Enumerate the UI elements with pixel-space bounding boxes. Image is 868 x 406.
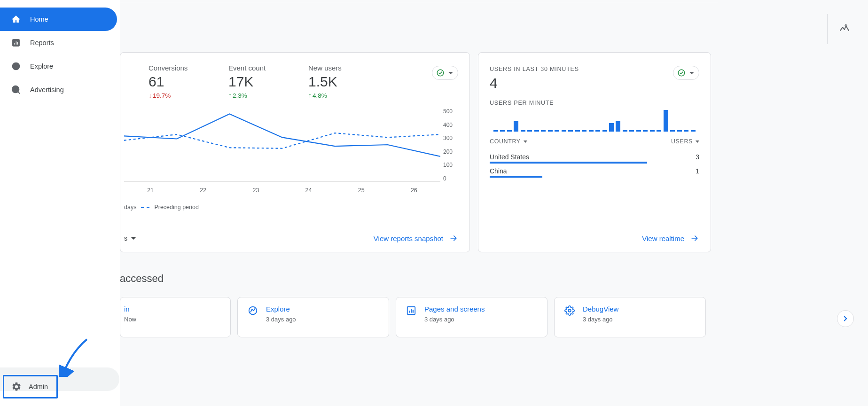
minute-bar bbox=[521, 130, 525, 132]
svg-point-4 bbox=[13, 63, 20, 70]
x-tick: 24 bbox=[305, 187, 312, 195]
metric-conversions[interactable]: Conversions 61 19.7% bbox=[149, 64, 228, 99]
minute-bar bbox=[684, 130, 688, 132]
sidebar: Home Reports Explore Advertising Admin bbox=[0, 0, 120, 406]
svg-point-8 bbox=[678, 70, 685, 76]
x-tick: 22 bbox=[200, 187, 206, 195]
minute-bar bbox=[555, 130, 559, 132]
country-name: United States bbox=[490, 153, 529, 161]
admin-button[interactable]: Admin bbox=[3, 375, 58, 398]
country-users: 3 bbox=[696, 153, 699, 161]
minute-bar bbox=[493, 130, 498, 132]
metric-value: 17K bbox=[228, 74, 308, 90]
nav-home[interactable]: Home bbox=[0, 8, 117, 31]
recent-card[interactable]: Explore 3 days ago bbox=[237, 297, 389, 337]
summary-card: Conversions 61 19.7% Event count 17K 2.3… bbox=[120, 52, 470, 252]
minute-bar bbox=[514, 121, 518, 132]
explore-icon bbox=[10, 61, 22, 72]
realtime-title: USERS IN LAST 30 MINUTES bbox=[490, 66, 699, 72]
minute-bar bbox=[602, 130, 607, 132]
section-title: accessed bbox=[120, 273, 164, 285]
svg-rect-11 bbox=[409, 311, 410, 313]
minute-bar bbox=[527, 130, 532, 132]
nav-label: Reports bbox=[30, 39, 54, 47]
minute-bar bbox=[562, 130, 566, 132]
minute-bar bbox=[541, 130, 546, 132]
legend-prev: Preceding period bbox=[154, 204, 199, 211]
recent-card[interactable]: Pages and screens 3 days ago bbox=[396, 297, 547, 337]
minute-bar bbox=[500, 130, 505, 132]
metric-value: 61 bbox=[149, 74, 228, 90]
recent-title: in bbox=[124, 305, 136, 313]
minute-bar bbox=[609, 123, 614, 132]
nav-advertising[interactable]: Advertising bbox=[0, 78, 117, 102]
minute-bar bbox=[582, 130, 586, 132]
svg-rect-2 bbox=[16, 41, 16, 45]
svg-point-14 bbox=[568, 309, 571, 312]
country-name: China bbox=[490, 167, 507, 175]
minute-bar bbox=[534, 130, 539, 132]
minute-bar bbox=[629, 130, 634, 132]
users-header[interactable]: USERS bbox=[671, 138, 699, 145]
x-tick: 26 bbox=[411, 187, 417, 195]
recent-card[interactable]: DebugView 3 days ago bbox=[554, 297, 706, 337]
y-axis: 5004003002001000 bbox=[443, 108, 460, 182]
metrics-row: Conversions 61 19.7% Event count 17K 2.3… bbox=[120, 53, 469, 99]
chevron-down-icon bbox=[131, 237, 136, 240]
plot-area bbox=[124, 108, 440, 182]
minute-bar bbox=[691, 130, 696, 132]
view-reports-link[interactable]: View reports snapshot bbox=[374, 234, 458, 243]
home-icon bbox=[10, 14, 22, 25]
y-tick: 0 bbox=[443, 175, 446, 182]
nav-explore[interactable]: Explore bbox=[0, 55, 117, 78]
header-actions bbox=[827, 14, 850, 44]
country-row[interactable]: United States3 bbox=[490, 149, 699, 164]
svg-rect-13 bbox=[413, 310, 414, 312]
minute-bar bbox=[568, 130, 573, 132]
next-page-button[interactable] bbox=[837, 310, 854, 327]
legend-dash-icon bbox=[141, 207, 149, 208]
metric-event-count[interactable]: Event count 17K 2.3% bbox=[228, 64, 308, 99]
recent-title: Pages and screens bbox=[424, 305, 485, 313]
y-tick: 500 bbox=[443, 108, 453, 115]
period-text: s bbox=[124, 234, 127, 242]
nav-label: Home bbox=[30, 16, 48, 23]
country-header[interactable]: COUNTRY bbox=[490, 138, 527, 145]
nav-label: Explore bbox=[30, 62, 53, 70]
recent-sub: Now bbox=[124, 316, 136, 323]
explore-icon bbox=[247, 305, 258, 316]
svg-point-7 bbox=[437, 70, 444, 76]
recent-card[interactable]: in Now bbox=[120, 297, 231, 337]
metric-new-users[interactable]: New users 1.5K 4.8% bbox=[308, 64, 388, 99]
card-options-pill[interactable] bbox=[432, 66, 458, 80]
realtime-card: USERS IN LAST 30 MINUTES 4 USERS PER MIN… bbox=[478, 52, 711, 252]
card-options-pill[interactable] bbox=[673, 66, 699, 80]
svg-rect-12 bbox=[411, 309, 412, 312]
realtime-value: 4 bbox=[490, 75, 699, 91]
svg-point-9 bbox=[249, 307, 257, 315]
link-text: View reports snapshot bbox=[374, 234, 443, 242]
metric-delta: 19.7% bbox=[149, 92, 228, 99]
y-tick: 200 bbox=[443, 148, 453, 155]
nav-label: Advertising bbox=[30, 86, 64, 94]
nav-top: Home Reports Explore Advertising bbox=[0, 0, 120, 102]
gear-icon bbox=[564, 305, 575, 316]
recent-title: DebugView bbox=[583, 305, 618, 313]
chevron-down-icon bbox=[689, 72, 694, 74]
period-selector[interactable]: s bbox=[124, 234, 136, 242]
country-users: 1 bbox=[696, 167, 699, 175]
divider bbox=[120, 106, 469, 106]
view-realtime-link[interactable]: View realtime bbox=[642, 234, 699, 243]
insights-icon[interactable] bbox=[839, 23, 850, 36]
arrow-right-icon bbox=[449, 234, 458, 243]
realtime-rows: United States3China1 bbox=[490, 149, 699, 178]
metric-delta: 2.3% bbox=[228, 92, 308, 99]
recent-sub: 3 days ago bbox=[583, 316, 618, 323]
metric-label: Conversions bbox=[149, 64, 228, 72]
minute-bar bbox=[589, 130, 594, 132]
country-row[interactable]: China1 bbox=[490, 164, 699, 178]
top-divider bbox=[120, 3, 718, 3]
link-text: View realtime bbox=[642, 234, 684, 242]
nav-reports[interactable]: Reports bbox=[0, 31, 117, 55]
nav-bottom: Admin bbox=[0, 375, 120, 398]
